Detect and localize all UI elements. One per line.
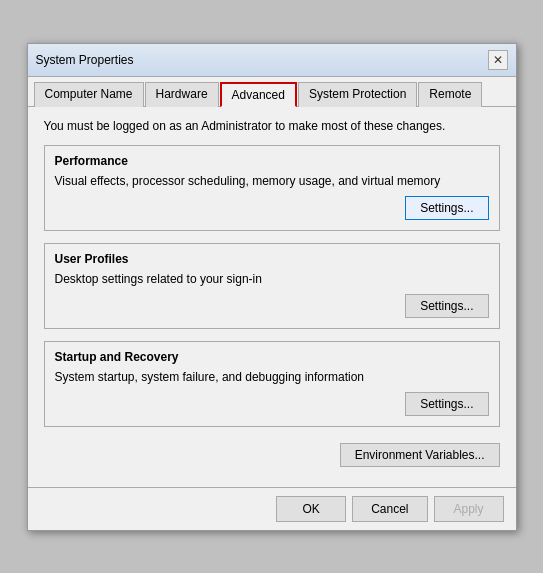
user-profiles-settings-button[interactable]: Settings... — [405, 294, 488, 318]
system-properties-window: System Properties ✕ Computer Name Hardwa… — [27, 43, 517, 531]
apply-button[interactable]: Apply — [434, 496, 504, 522]
performance-settings-button[interactable]: Settings... — [405, 196, 488, 220]
env-variables-row: Environment Variables... — [44, 439, 500, 475]
user-profiles-section: User Profiles Desktop settings related t… — [44, 243, 500, 329]
tab-computer-name[interactable]: Computer Name — [34, 82, 144, 107]
startup-recovery-description: System startup, system failure, and debu… — [55, 370, 489, 384]
performance-section: Performance Visual effects, processor sc… — [44, 145, 500, 231]
cancel-button[interactable]: Cancel — [352, 496, 427, 522]
environment-variables-button[interactable]: Environment Variables... — [340, 443, 500, 467]
user-profiles-title: User Profiles — [55, 252, 489, 266]
title-bar: System Properties ✕ — [28, 44, 516, 77]
user-profiles-description: Desktop settings related to your sign-in — [55, 272, 489, 286]
close-button[interactable]: ✕ — [488, 50, 508, 70]
tab-bar: Computer Name Hardware Advanced System P… — [28, 77, 516, 107]
tab-advanced[interactable]: Advanced — [220, 82, 297, 107]
window-title: System Properties — [36, 53, 134, 67]
tab-hardware[interactable]: Hardware — [145, 82, 219, 107]
startup-recovery-settings-button[interactable]: Settings... — [405, 392, 488, 416]
tab-content: You must be logged on as an Administrato… — [28, 107, 516, 487]
ok-button[interactable]: OK — [276, 496, 346, 522]
performance-title: Performance — [55, 154, 489, 168]
tab-remote[interactable]: Remote — [418, 82, 482, 107]
bottom-bar: OK Cancel Apply — [28, 487, 516, 530]
startup-recovery-title: Startup and Recovery — [55, 350, 489, 364]
startup-recovery-section: Startup and Recovery System startup, sys… — [44, 341, 500, 427]
performance-description: Visual effects, processor scheduling, me… — [55, 174, 489, 188]
admin-notice: You must be logged on as an Administrato… — [44, 119, 500, 133]
tab-system-protection[interactable]: System Protection — [298, 82, 417, 107]
